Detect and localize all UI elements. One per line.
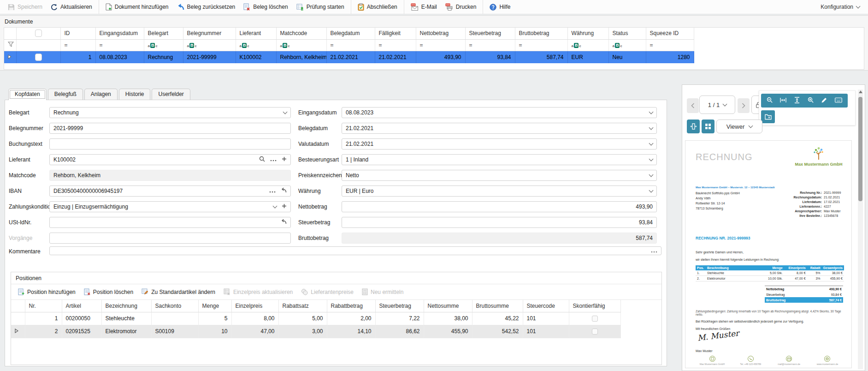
cell-skontierfaehig[interactable] <box>569 325 620 338</box>
tab-userfelder[interactable]: Userfelder <box>152 89 190 100</box>
print-button[interactable]: Drucken <box>441 1 481 12</box>
valutadatum-select[interactable]: 21.02.2021 <box>342 138 657 150</box>
col-header-status[interactable]: Status <box>608 28 646 39</box>
eingangsdatum-select[interactable]: 08.08.2023 <box>342 107 657 118</box>
zoom-out-icon[interactable] <box>767 97 773 105</box>
undo-icon[interactable] <box>281 188 287 194</box>
col-header-matchcode[interactable]: Matchcode <box>276 28 326 39</box>
filter-cell-equals[interactable]: = <box>515 39 567 51</box>
search-icon[interactable] <box>259 156 265 163</box>
kommentare-input[interactable] <box>49 246 661 255</box>
col-header-waehrung[interactable]: Währung <box>567 28 608 39</box>
configuration-menu[interactable]: Konfiguration <box>821 4 864 10</box>
col-header-squeeze-id[interactable]: Squeeze ID <box>646 28 694 39</box>
row-expander-cell[interactable] <box>11 312 25 325</box>
filter-cell-abc[interactable]: aBc <box>276 39 326 51</box>
col-header-einzelpreis[interactable]: Einzelpreis <box>231 300 278 312</box>
viewer-scrollbar[interactable] <box>858 90 863 369</box>
row-expander-cell[interactable] <box>4 51 16 63</box>
ustidnr-input[interactable] <box>49 217 291 228</box>
tab-anlagen[interactable]: Anlagen <box>84 89 118 100</box>
waehrung-select[interactable]: EUR | Euro <box>342 186 657 197</box>
col-header-nr[interactable]: Nr. <box>25 300 62 312</box>
zoom-in-icon[interactable] <box>808 97 814 105</box>
ellipsis-icon[interactable] <box>269 188 276 194</box>
filter-cell-abc[interactable]: aBc <box>183 39 236 51</box>
filter-funnel-cell[interactable] <box>4 39 16 51</box>
col-header-steuerbetrag[interactable]: Steuerbetrag <box>465 28 515 39</box>
tab-belegfuss[interactable]: Belegfuß <box>48 89 83 100</box>
select-all-checkbox[interactable] <box>35 30 42 37</box>
filter-cell-equals[interactable]: = <box>326 39 375 51</box>
besteuerungsart-select[interactable]: 1 | Inland <box>342 154 657 165</box>
steuerbetrag-input[interactable]: 93,84 <box>342 217 657 228</box>
col-header-nettosumme[interactable]: Nettosumme <box>424 300 472 312</box>
filter-cell-equals[interactable]: = <box>375 39 416 51</box>
email-button[interactable]: E-Mail <box>407 1 441 12</box>
col-header-steuerbetrag[interactable]: Steuerbetrag <box>375 300 424 312</box>
document-row[interactable]: 1 08.08.2023 Rechnung 2021-99999 K100002… <box>4 51 694 63</box>
save-to-folder-button[interactable] <box>761 110 775 123</box>
change-standard-article-button[interactable]: Zu Standardartikel ändern <box>137 287 219 297</box>
filter-cell-equals[interactable]: = <box>95 39 144 51</box>
plus-icon[interactable] <box>282 156 287 163</box>
col-header-steuercode[interactable]: Steuercode <box>523 300 569 312</box>
col-header-belegdatum[interactable]: Belegdatum <box>326 28 375 39</box>
row-expander-cell[interactable] <box>11 325 25 338</box>
col-header-sachkonto[interactable]: Sachkonto <box>151 300 198 312</box>
skontierfaehig-checkbox[interactable] <box>592 316 598 322</box>
col-header-faelligkeit[interactable]: Fälligkeit <box>375 28 416 39</box>
col-header-bruttobetrag[interactable]: Bruttobetrag <box>515 28 567 39</box>
fit-page-button[interactable] <box>687 120 700 133</box>
col-header-skontierfaehig[interactable]: Skontierfähig <box>569 300 620 312</box>
tab-historie[interactable]: Historie <box>119 89 151 100</box>
lieferant-input[interactable]: K100002 <box>49 154 291 165</box>
col-header-belegnummer[interactable]: Belegnummer <box>183 28 236 39</box>
cell-skontierfaehig[interactable] <box>569 312 620 325</box>
col-header-bezeichnung[interactable]: Bezeichnung <box>101 300 151 312</box>
col-header-menge[interactable]: Menge <box>198 300 231 312</box>
next-page-button[interactable] <box>738 98 750 113</box>
viewer-mode-dropdown[interactable]: Viewer <box>716 120 762 133</box>
position-row-selected[interactable]: 2 02091525 Elektromotor S00109 10 47,00 … <box>11 325 620 338</box>
row-select-cell[interactable] <box>16 51 60 63</box>
fit-width-icon[interactable] <box>780 97 786 105</box>
previous-page-button[interactable] <box>687 98 699 113</box>
position-row[interactable]: 1 00200050 Stehleuchte 5 8,00 5,00 2,00 … <box>11 312 620 325</box>
nettobetrag-input[interactable]: 493,90 <box>342 201 657 212</box>
recalculate-button[interactable]: Neu ermitteln <box>358 287 407 297</box>
keyboard-icon[interactable] <box>835 97 842 104</box>
save-button[interactable]: Speichern <box>4 2 47 12</box>
col-header-rabattbetrag[interactable]: Rabattbetrag <box>327 300 375 312</box>
col-header-nettobetrag[interactable]: Nettobetrag <box>416 28 465 39</box>
ellipsis-icon[interactable] <box>270 156 277 163</box>
undo-icon[interactable] <box>281 219 287 226</box>
start-check-button[interactable]: Prüfung starten <box>292 2 348 12</box>
delete-position-button[interactable]: Position löschen <box>80 287 137 297</box>
annotate-pen-icon[interactable] <box>821 97 827 105</box>
col-header-artikel[interactable]: Artikel <box>62 300 101 312</box>
supplier-prices-button[interactable]: Lieferantenpreise <box>297 287 358 297</box>
col-header-bruttosumme[interactable]: Bruttosumme <box>472 300 523 312</box>
belegdatum-select[interactable]: 21.02.2021 <box>342 123 657 134</box>
filter-cell-equals[interactable]: = <box>60 39 95 51</box>
filter-cell-equals[interactable]: = <box>416 39 465 51</box>
scrollbar-thumb[interactable] <box>858 97 862 201</box>
refresh-button[interactable]: Aktualisieren <box>47 2 96 12</box>
belegart-select[interactable]: Rechnung <box>49 107 291 118</box>
preiskennzeichen-select[interactable]: Netto <box>342 170 657 181</box>
select-all-cell[interactable] <box>16 28 60 39</box>
filter-cell-equals[interactable]: = <box>646 39 694 51</box>
zahlungskondition-select[interactable]: Einzug | Einzugsermächtigung <box>49 201 291 212</box>
reset-document-button[interactable]: Beleg zurücksetzen <box>173 2 240 12</box>
grid-view-button[interactable] <box>702 120 714 133</box>
vorgaenge-input[interactable] <box>49 233 291 244</box>
iban-input[interactable]: DE30500400000006945197 <box>49 186 291 197</box>
row-checkbox[interactable] <box>35 54 42 61</box>
belegnummer-input[interactable]: 2021-99999 <box>49 123 291 134</box>
skontierfaehig-checkbox[interactable] <box>592 329 598 335</box>
col-header-eingangsdatum[interactable]: Eingangsdatum <box>95 28 144 39</box>
fit-height-icon[interactable] <box>794 97 800 105</box>
help-button[interactable]: Hilfe <box>485 2 514 12</box>
filter-cell-abc[interactable]: aBc <box>236 39 276 51</box>
